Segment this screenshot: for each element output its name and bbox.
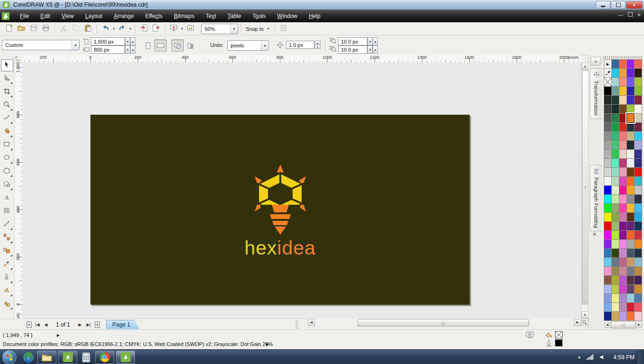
palette-swatch[interactable] (611, 203, 619, 213)
palette-swatch[interactable] (604, 158, 612, 168)
palette-swatch[interactable] (619, 140, 627, 150)
palette-swatch[interactable] (611, 167, 619, 177)
palette-swatch[interactable] (604, 167, 612, 177)
palette-swatch[interactable] (634, 212, 642, 222)
palette-swatch[interactable] (611, 149, 619, 159)
palette-swatch[interactable] (634, 122, 642, 132)
palette-swatch[interactable] (634, 86, 642, 96)
all-pages-button[interactable] (171, 39, 184, 52)
nudge-down[interactable]: ▼ (314, 45, 321, 49)
palette-swatch[interactable] (626, 113, 635, 123)
palette-swatch[interactable] (619, 185, 627, 195)
palette-swatch[interactable] (619, 176, 627, 186)
interactive-fill-tool[interactable] (1, 298, 13, 310)
duplicate-y-input[interactable]: 10.0 px (338, 46, 367, 54)
palette-swatch[interactable] (619, 59, 627, 69)
clock[interactable]: 4:59 PM (613, 354, 635, 361)
palette-swatch[interactable] (626, 275, 635, 285)
palette-swatch[interactable] (634, 221, 642, 231)
palette-swatch[interactable] (634, 248, 642, 258)
palette-swatch[interactable] (626, 176, 635, 186)
palette-swatch[interactable] (619, 239, 627, 249)
palette-swatch[interactable] (611, 257, 619, 267)
palette-swatch[interactable] (604, 239, 612, 249)
palette-swatch[interactable] (604, 203, 612, 213)
palette-swatch[interactable] (604, 185, 612, 195)
palette-swatch[interactable] (634, 68, 642, 78)
palette-swatch[interactable] (619, 104, 627, 114)
undo-dropdown[interactable]: ▼ (112, 23, 116, 35)
menu-arrange[interactable]: Arrange (108, 11, 140, 21)
palette-swatch[interactable] (611, 302, 619, 312)
palette-swatch[interactable] (634, 140, 642, 150)
palette-swatch[interactable] (604, 293, 612, 303)
palette-swatch[interactable] (604, 230, 612, 240)
palette-swatch[interactable] (626, 104, 635, 114)
page-preset-combo[interactable]: Custom ▼ (2, 40, 80, 50)
portrait-button[interactable] (142, 39, 154, 52)
palette-swatch[interactable] (634, 275, 642, 285)
palette-swatch[interactable] (604, 131, 612, 141)
palette-swatch[interactable] (634, 95, 642, 105)
palette-swatch[interactable] (626, 248, 635, 258)
palette-swatch[interactable] (619, 275, 627, 285)
paper-height-input[interactable]: 800 px (91, 46, 125, 54)
paste-button[interactable] (82, 23, 94, 35)
rectangle-tool[interactable] (1, 139, 13, 151)
palette-swatch[interactable] (611, 158, 619, 168)
parallel-dimension-tool[interactable] (1, 218, 13, 231)
palette-swatch[interactable] (634, 131, 642, 141)
palette-swatch[interactable] (611, 266, 619, 276)
palette-eyedropper[interactable] (604, 68, 612, 78)
outline-pen-tool[interactable] (1, 272, 13, 284)
palette-swatch[interactable] (634, 203, 642, 213)
palette-swatch[interactable] (634, 194, 642, 204)
add-page-before-button[interactable] (25, 320, 33, 329)
horizontal-scroll-thumb[interactable]: ||| (358, 319, 529, 327)
menu-effects[interactable]: Effects (140, 11, 168, 21)
palette-swatch[interactable] (604, 311, 612, 321)
palette-scroll-left-icon[interactable]: ◀ (604, 322, 610, 328)
scroll-down-icon[interactable]: ▼ (581, 311, 589, 318)
color-eyedropper-tool[interactable] (1, 258, 13, 271)
palette-swatch[interactable] (626, 86, 635, 96)
drawing-canvas[interactable]: hexidea (22, 63, 581, 318)
palette-swatch[interactable] (611, 221, 619, 231)
fill-tool[interactable] (1, 285, 13, 297)
palette-scroll-right-icon[interactable]: ▶ (636, 322, 642, 328)
palette-swatch[interactable] (626, 158, 635, 168)
palette-swatch[interactable] (626, 59, 635, 69)
minimize-button[interactable] (596, 1, 610, 9)
taskbar-coreldraw-button[interactable] (116, 351, 135, 364)
connector-tool[interactable] (1, 232, 13, 244)
palette-swatch[interactable] (626, 266, 635, 276)
palette-swatch[interactable] (611, 86, 619, 96)
basic-shapes-tool[interactable] (1, 179, 13, 191)
palette-swatch[interactable] (611, 230, 619, 240)
palette-swatch[interactable] (611, 140, 619, 150)
palette-swatch[interactable] (634, 185, 642, 195)
palette-swatch[interactable] (634, 158, 642, 168)
palette-swatch[interactable] (634, 230, 642, 240)
horizontal-scrollbar[interactable]: ◀ ||| ▶ (308, 318, 581, 326)
palette-swatch[interactable] (619, 248, 627, 258)
menu-table[interactable]: Table (222, 11, 247, 21)
redo-button[interactable] (116, 23, 128, 35)
crop-tool[interactable] (1, 86, 13, 98)
palette-swatch[interactable] (634, 59, 642, 69)
previous-page-icon[interactable]: ◀ (42, 320, 50, 329)
scroll-up-icon[interactable]: ▲ (581, 63, 589, 70)
palette-swatch[interactable] (626, 77, 635, 87)
palette-swatch[interactable] (619, 266, 627, 276)
landscape-button[interactable] (154, 39, 167, 52)
palette-swatch[interactable] (626, 140, 635, 150)
zoom-level-combo[interactable]: 50%▼ (201, 24, 238, 34)
shape-tool[interactable] (1, 73, 13, 85)
palette-swatch[interactable] (611, 248, 619, 258)
palette-swatch[interactable] (634, 104, 642, 114)
palette-swatch[interactable] (626, 149, 635, 159)
palette-swatch[interactable] (634, 167, 642, 177)
menu-layout[interactable]: Layout (80, 11, 108, 21)
palette-swatch[interactable] (619, 257, 627, 267)
palette-swatch[interactable] (611, 176, 619, 186)
